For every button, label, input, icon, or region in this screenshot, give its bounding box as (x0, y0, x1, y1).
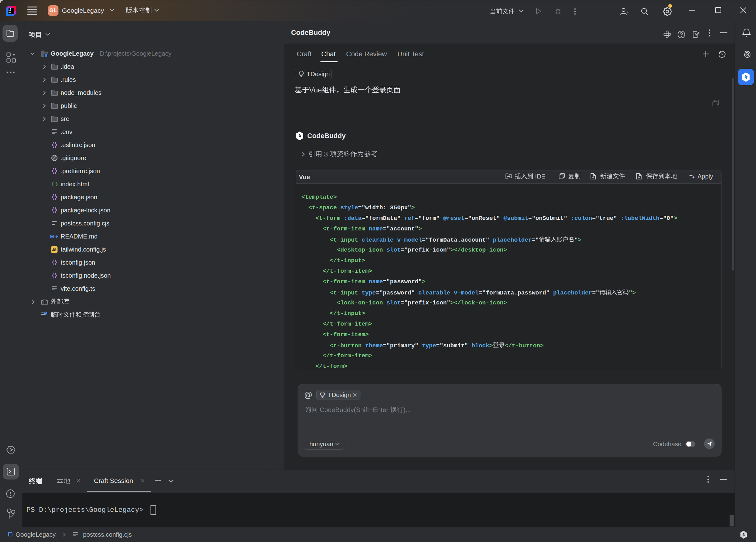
svg-text:M: M (50, 234, 54, 239)
svg-text:IJ: IJ (8, 8, 11, 12)
